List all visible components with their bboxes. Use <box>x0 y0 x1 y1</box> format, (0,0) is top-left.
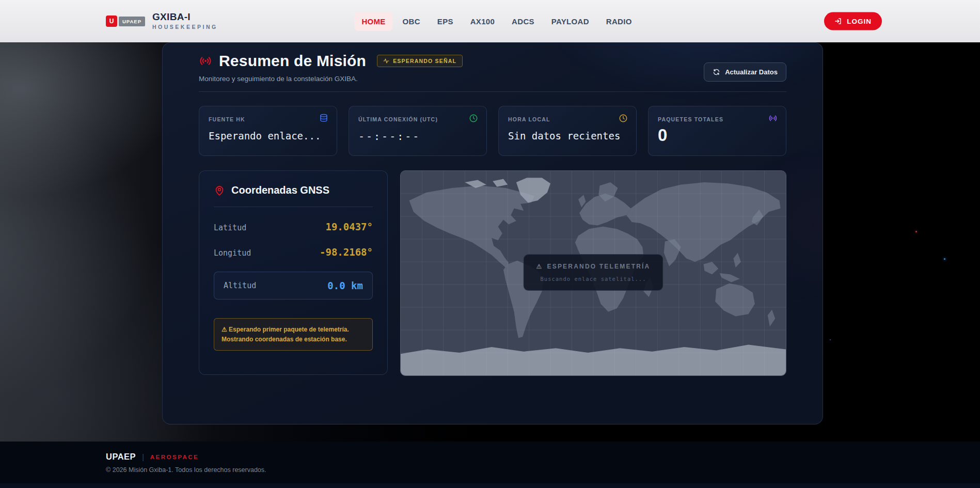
stat-label: PAQUETES TOTALES <box>658 116 723 122</box>
altitude-box: Altitud 0.0 km <box>214 272 373 300</box>
stat-value: 0 <box>658 125 777 145</box>
upaep-logo: U UPAEP <box>106 15 145 27</box>
app-root: U UPAEP GXIBA-I HOUSEKEEPING HOME OBC EP… <box>0 0 980 488</box>
upaep-logo-badge: UPAEP <box>119 17 145 26</box>
database-icon <box>319 114 328 123</box>
map-pin-icon <box>214 185 225 196</box>
top-navbar: U UPAEP GXIBA-I HOUSEKEEPING HOME OBC EP… <box>0 0 980 42</box>
gnss-title: Coordenadas GNSS <box>231 184 329 196</box>
altitude-value: 0.0 km <box>327 280 363 291</box>
stat-value: --:--:-- <box>358 130 477 143</box>
altitude-label: Altitud <box>224 281 256 290</box>
gnss-divider <box>214 207 373 207</box>
gnss-card: Coordenadas GNSS Latitud 19.0437° Longit… <box>199 170 388 375</box>
pulse-icon <box>383 58 389 64</box>
nav-item-eps[interactable]: EPS <box>430 12 461 31</box>
mission-panel: Resumen de Misión ESPERANDO SEÑAL Monito… <box>162 42 823 424</box>
star-dot <box>944 258 945 260</box>
broadcast-icon <box>199 54 212 68</box>
main-nav: HOME OBC EPS AX100 ADCS PAYLOAD RADIO <box>354 0 639 42</box>
panel-header: Resumen de Misión ESPERANDO SEÑAL Monito… <box>199 52 786 83</box>
latitude-row: Latitud 19.0437° <box>214 221 373 232</box>
broadcast-icon <box>768 114 778 123</box>
footer-copyright: © 2026 Misión Gxiba-1. Todos los derecho… <box>106 466 980 474</box>
status-badge-label: ESPERANDO SEÑAL <box>393 58 456 64</box>
panel-header-left: Resumen de Misión ESPERANDO SEÑAL Monito… <box>199 52 463 83</box>
stat-label: ÚLTIMA CONEXIÓN (UTC) <box>358 116 438 122</box>
footer-org: UPAEP <box>106 452 136 462</box>
clock-icon <box>469 114 478 123</box>
gnss-warning: ⚠ Esperando primer paquete de telemetría… <box>214 318 373 351</box>
latitude-label: Latitud <box>214 223 246 232</box>
stat-value: Sin datos recientes <box>508 130 627 141</box>
brand-logo[interactable]: U UPAEP GXIBA-I HOUSEKEEPING <box>106 12 218 30</box>
login-icon <box>834 18 842 25</box>
refresh-icon <box>713 68 720 76</box>
stat-value: Esperando enlace... <box>209 130 327 141</box>
stat-card-hora-local: HORA LOCAL Sin datos recientes <box>498 106 637 156</box>
login-button[interactable]: LOGIN <box>824 12 882 30</box>
refresh-data-button[interactable]: Actualizar Datos <box>704 62 786 82</box>
overlay-warning-icon: ⚠ <box>536 263 543 270</box>
upaep-u-icon: U <box>106 15 117 27</box>
status-badge: ESPERANDO SEÑAL <box>377 55 463 67</box>
footer-division-link[interactable]: AEROSPACE <box>150 454 199 460</box>
telemetry-overlay: ⚠ ESPERANDO TELEMETRÍA Buscando enlace s… <box>524 254 663 291</box>
nav-item-payload[interactable]: PAYLOAD <box>544 12 596 31</box>
stat-card-paquetes-totales: PAQUETES TOTALES 0 <box>648 106 786 156</box>
nav-item-ax100[interactable]: AX100 <box>463 12 502 31</box>
stat-card-ultima-conexion: ÚLTIMA CONEXIÓN (UTC) --:--:-- <box>349 106 487 156</box>
nav-item-adcs[interactable]: ADCS <box>504 12 542 31</box>
brand-tagline: HOUSEKEEPING <box>152 24 218 30</box>
nav-item-home[interactable]: HOME <box>354 12 392 31</box>
header-divider <box>199 91 786 92</box>
brand-name: GXIBA-I <box>152 12 218 23</box>
overlay-subtitle: Buscando enlace satelital... <box>536 276 651 282</box>
star-dot <box>830 339 831 340</box>
login-label: LOGIN <box>847 18 872 25</box>
footer-separator: | <box>142 453 144 461</box>
clock-icon <box>619 114 628 123</box>
page-title: Resumen de Misión <box>219 52 366 70</box>
warning-icon: ⚠ <box>222 326 227 333</box>
stat-card-fuente-hk: FUENTE HK Esperando enlace... <box>199 106 337 156</box>
nav-item-obc[interactable]: OBC <box>396 12 428 31</box>
hero-background: Resumen de Misión ESPERANDO SEÑAL Monito… <box>0 42 980 442</box>
latitude-value: 19.0437° <box>325 221 373 232</box>
longitude-value: -98.2168° <box>320 246 373 258</box>
page-subtitle: Monitoreo y seguimiento de la constelaci… <box>199 75 463 83</box>
stat-label: FUENTE HK <box>209 116 245 122</box>
stat-label: HORA LOCAL <box>508 116 550 122</box>
brand-text: GXIBA-I HOUSEKEEPING <box>152 12 218 30</box>
world-map[interactable]: ⚠ ESPERANDO TELEMETRÍA Buscando enlace s… <box>400 170 786 376</box>
stats-row: FUENTE HK Esperando enlace... ÚLTIMA CON… <box>199 106 786 156</box>
refresh-label: Actualizar Datos <box>725 68 778 76</box>
warning-text: Esperando primer paquete de telemetría. … <box>222 326 349 343</box>
longitude-row: Longitud -98.2168° <box>214 246 373 258</box>
footer: UPAEP | AEROSPACE © 2026 Misión Gxiba-1.… <box>0 442 980 488</box>
nav-item-radio[interactable]: RADIO <box>599 12 639 31</box>
longitude-label: Longitud <box>214 248 251 258</box>
overlay-title: ESPERANDO TELEMETRÍA <box>547 263 650 270</box>
content-row: Coordenadas GNSS Latitud 19.0437° Longit… <box>199 170 786 376</box>
star-dot <box>915 231 917 232</box>
